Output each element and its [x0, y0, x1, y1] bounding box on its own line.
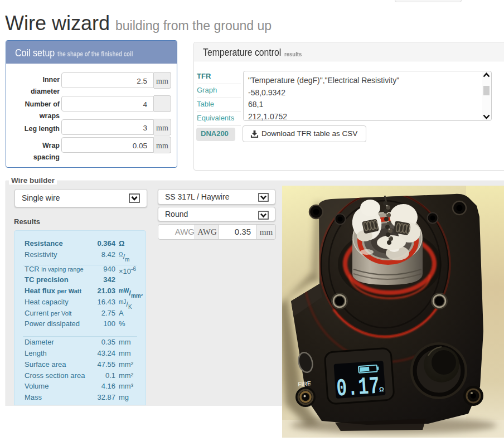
svg-text:FIRE: FIRE	[298, 380, 312, 387]
svg-text:0.17: 0.17	[336, 372, 381, 403]
svg-text:Ω: Ω	[379, 386, 384, 393]
